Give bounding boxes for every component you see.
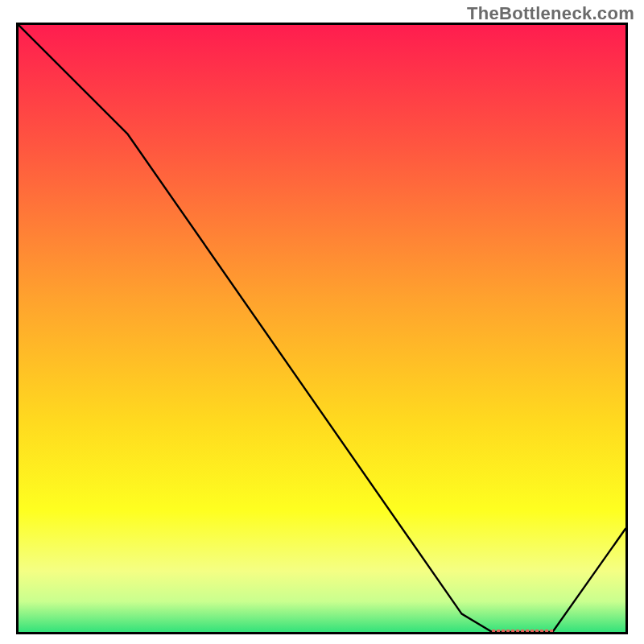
highlight-dot	[530, 630, 534, 632]
highlight-dot	[492, 630, 495, 632]
highlight-dot	[497, 630, 500, 632]
highlight-dot	[521, 630, 524, 632]
bottleneck-chart	[19, 25, 625, 632]
highlight-dot	[545, 630, 548, 632]
highlight-dot	[540, 630, 543, 632]
highlight-dot	[550, 630, 553, 632]
highlight-dot	[506, 630, 510, 632]
watermark-text: TheBottleneck.com	[467, 3, 634, 24]
highlight-dot	[526, 630, 529, 632]
highlight-dot	[535, 630, 539, 632]
highlight-dot	[516, 630, 519, 632]
chart-frame	[16, 23, 628, 634]
highlight-dot	[511, 630, 514, 632]
highlight-dot	[502, 630, 505, 632]
